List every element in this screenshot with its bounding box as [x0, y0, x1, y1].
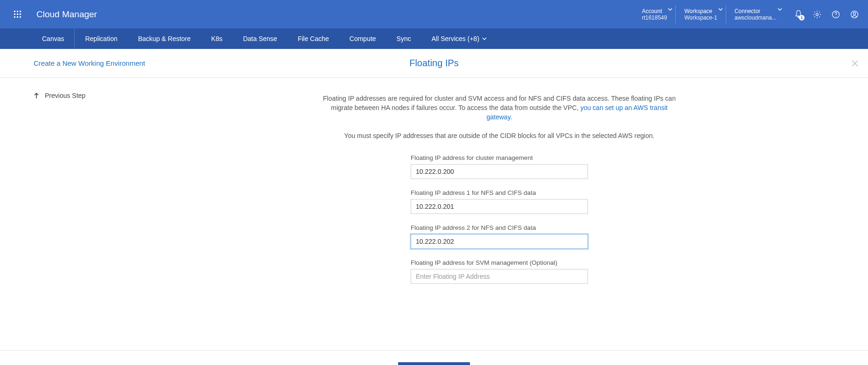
header-selectors: Account rt1618549 Workspace Workspace-1 … [633, 5, 785, 24]
nfs2-label: Floating IP address 2 for NFS and CIFS d… [411, 224, 588, 231]
continue-button[interactable]: Continue [398, 362, 470, 365]
svg-rect-8 [20, 16, 21, 18]
nav-all-services-label: All Services (+8) [432, 35, 479, 42]
svg-rect-3 [14, 14, 15, 15]
footer: Continue [0, 350, 868, 365]
user-icon[interactable] [849, 9, 860, 20]
close-icon[interactable] [851, 60, 859, 67]
main-content: Previous Step Floating IP addresses are … [0, 78, 868, 350]
notifications-icon[interactable]: 1 [793, 9, 804, 20]
nav-backup-restore[interactable]: Backup & Restore [128, 28, 201, 49]
cluster-mgmt-input[interactable] [411, 164, 588, 179]
connector-label: Connector [735, 8, 777, 14]
header-icons: 1 [793, 9, 860, 20]
svg-rect-7 [17, 16, 18, 18]
svg-rect-6 [14, 16, 15, 18]
arrow-up-icon [34, 92, 39, 99]
nav-k8s[interactable]: K8s [201, 28, 233, 49]
previous-step-link[interactable]: Previous Step [34, 92, 121, 99]
apps-icon[interactable] [8, 11, 27, 18]
nfs2-input[interactable] [411, 234, 588, 249]
workspace-label: Workspace [684, 8, 717, 14]
breadcrumb[interactable]: Create a New Working Environment [34, 59, 145, 67]
workspace-value: Workspace-1 [684, 14, 717, 21]
description-text-2: You must specify IP addresses that are o… [344, 132, 655, 139]
svg-rect-0 [14, 11, 15, 12]
nav-compute[interactable]: Compute [339, 28, 386, 49]
sub-header: Create a New Working Environment Floatin… [0, 49, 868, 78]
workspace-selector[interactable]: Workspace Workspace-1 [675, 5, 725, 24]
connector-value: awscloudmana... [735, 14, 777, 21]
settings-icon[interactable] [812, 9, 822, 20]
app-title[interactable]: Cloud Manager [36, 9, 97, 20]
help-icon[interactable] [831, 9, 841, 20]
nfs1-label: Floating IP address 1 for NFS and CIFS d… [411, 189, 588, 196]
nav-sync[interactable]: Sync [386, 28, 421, 49]
nav-replication[interactable]: Replication [75, 28, 127, 49]
floating-ip-form: Floating IP address for cluster manageme… [411, 154, 588, 294]
top-header: Cloud Manager Account rt1618549 Workspac… [0, 0, 868, 28]
nav-bar: Canvas Replication Backup & Restore K8s … [0, 28, 868, 49]
svm-mgmt-label: Floating IP address for SVM management (… [411, 259, 588, 266]
chevron-down-icon [668, 8, 672, 11]
description-text: Floating IP addresses are required for c… [317, 94, 681, 122]
svm-mgmt-input[interactable] [411, 269, 588, 284]
svg-rect-4 [17, 14, 18, 15]
svg-rect-2 [20, 11, 21, 12]
cluster-mgmt-label: Floating IP address for cluster manageme… [411, 154, 588, 161]
nav-all-services[interactable]: All Services (+8) [421, 28, 497, 49]
account-selector[interactable]: Account rt1618549 [633, 5, 675, 24]
svg-rect-1 [17, 11, 18, 12]
nfs1-input[interactable] [411, 199, 588, 214]
previous-step-label: Previous Step [45, 92, 85, 99]
svg-point-11 [835, 16, 836, 16]
nav-canvas[interactable]: Canvas [32, 28, 75, 49]
account-label: Account [642, 8, 667, 14]
chevron-down-icon [777, 8, 782, 11]
account-value: rt1618549 [642, 14, 667, 21]
content-column: Floating IP addresses are required for c… [131, 78, 868, 350]
nav-file-cache[interactable]: File Cache [287, 28, 339, 49]
connector-selector[interactable]: Connector awscloudmana... [726, 5, 785, 24]
chevron-down-icon [718, 8, 723, 11]
left-column: Previous Step [0, 78, 131, 350]
notification-badge: 1 [799, 15, 805, 21]
form-group-nfs1: Floating IP address 1 for NFS and CIFS d… [411, 189, 588, 214]
svg-point-9 [816, 13, 819, 15]
svg-rect-5 [20, 14, 21, 15]
form-group-nfs2: Floating IP address 2 for NFS and CIFS d… [411, 224, 588, 249]
form-group-cluster-mgmt: Floating IP address for cluster manageme… [411, 154, 588, 179]
chevron-down-icon [482, 37, 487, 40]
form-group-svm-mgmt: Floating IP address for SVM management (… [411, 259, 588, 284]
svg-point-13 [854, 12, 856, 14]
nav-data-sense[interactable]: Data Sense [233, 28, 287, 49]
